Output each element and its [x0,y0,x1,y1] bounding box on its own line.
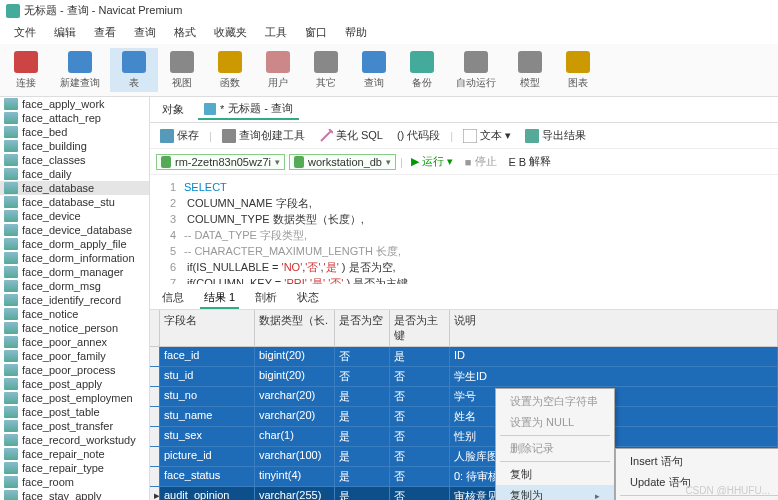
restab-2[interactable]: 剖析 [251,288,281,309]
export-icon [525,129,539,143]
explain-button[interactable]: EB 解释 [505,153,556,170]
table-face_room[interactable]: face_room [0,475,149,489]
table-face_post_transfer[interactable]: face_post_transfer [0,419,149,433]
table-face_poor_family[interactable]: face_poor_family [0,349,149,363]
save-button[interactable]: 保存 [156,127,203,144]
tab-query[interactable]: * 无标题 - 查询 [198,99,299,120]
menu-查询[interactable]: 查询 [126,23,164,42]
table-row[interactable]: stu_idbigint(20)否否学生ID [150,367,778,387]
table-row[interactable]: stu_sexchar(1)是否性别 [150,427,778,447]
db-icon [294,156,304,168]
export-button[interactable]: 导出结果 [521,127,590,144]
table-face_daily[interactable]: face_daily [0,167,149,181]
menu-编辑[interactable]: 编辑 [46,23,84,42]
menu-文件[interactable]: 文件 [6,23,44,42]
table-face_device_database[interactable]: face_device_database [0,223,149,237]
tb-备份[interactable]: 备份 [398,48,446,92]
svg-rect-12 [204,103,216,115]
tb-其它[interactable]: 其它 [302,48,350,92]
menu-格式[interactable]: 格式 [166,23,204,42]
table-face_database_stu[interactable]: face_database_stu [0,195,149,209]
tab-objects[interactable]: 对象 [156,100,190,119]
tb-连接[interactable]: 连接 [2,48,50,92]
svg-rect-4 [218,51,242,73]
table-face_repair_type[interactable]: face_repair_type [0,461,149,475]
tb-模型[interactable]: 模型 [506,48,554,92]
table-face_bed[interactable]: face_bed [0,125,149,139]
table-face_repair_note[interactable]: face_repair_note [0,447,149,461]
table-tree[interactable]: face_apply_workface_attach_repface_bedfa… [0,97,150,500]
tb-自动运行[interactable]: 自动运行 [446,48,506,92]
tb-函数[interactable]: 函数 [206,48,254,92]
sql-editor[interactable]: 1SELECT2 COLUMN_NAME 字段名,3 COLUMN_TYPE 数… [150,175,778,284]
table-face_stay_apply[interactable]: face_stay_apply [0,489,149,500]
connection-row: rm-2zetn83n05wz7i▾ workstation_db▾ | ▶ 运… [150,149,778,175]
restab-1[interactable]: 结果 1 [200,288,239,309]
table-face_post_table[interactable]: face_post_table [0,405,149,419]
snippet-button[interactable]: () 代码段 [393,127,444,144]
table-face_apply_work[interactable]: face_apply_work [0,97,149,111]
table-face_notice[interactable]: face_notice [0,307,149,321]
window-title: 无标题 - 查询 - Navicat Premium [24,3,182,18]
table-face_database[interactable]: face_database [0,181,149,195]
menu-收藏夹[interactable]: 收藏夹 [206,23,255,42]
run-button[interactable]: ▶ 运行 ▾ [407,153,457,170]
tb-表[interactable]: 表 [110,48,158,92]
svg-rect-6 [314,51,338,73]
server-icon [161,156,171,168]
query-builder-button[interactable]: 查询创建工具 [218,127,309,144]
table-face_device[interactable]: face_device [0,209,149,223]
ctx-copy-as[interactable]: 复制为▸ [496,485,614,500]
restab-3[interactable]: 状态 [293,288,323,309]
table-face_dorm_apply_file[interactable]: face_dorm_apply_file [0,237,149,251]
tb-用户[interactable]: 用户 [254,48,302,92]
table-face_record_workstudy[interactable]: face_record_workstudy [0,433,149,447]
tb-新建查询[interactable]: 新建查询 [50,48,110,92]
context-menu[interactable]: 设置为空白字符串 设置为 NULL 删除记录 复制 复制为▸ 粘贴 显示▸ [495,388,615,500]
svg-rect-3 [170,51,194,73]
ctx-set-blank[interactable]: 设置为空白字符串 [496,391,614,412]
table-face_attach_rep[interactable]: face_attach_rep [0,111,149,125]
menu-帮助[interactable]: 帮助 [337,23,375,42]
text-icon [463,129,477,143]
table-face_poor_process[interactable]: face_poor_process [0,363,149,377]
menu-窗口[interactable]: 窗口 [297,23,335,42]
table-face_post_apply[interactable]: face_post_apply [0,377,149,391]
table-row[interactable]: stu_namevarchar(20)是否姓名 [150,407,778,427]
editor-tabs: 对象 * 无标题 - 查询 [150,97,778,123]
table-row[interactable]: stu_novarchar(20)是否学号 [150,387,778,407]
table-face_identify_record[interactable]: face_identify_record [0,293,149,307]
query-toolbar: 保存 | 查询创建工具 美化 SQL () 代码段 | 文本 ▾ 导出结果 [150,123,778,149]
ctx-set-null[interactable]: 设置为 NULL [496,412,614,433]
beautify-button[interactable]: 美化 SQL [315,127,387,144]
sub-insert[interactable]: Insert 语句 [616,451,778,472]
server-select[interactable]: rm-2zetn83n05wz7i▾ [156,154,285,170]
tb-查询[interactable]: 查询 [350,48,398,92]
table-row[interactable]: face_idbigint(20)否是ID [150,347,778,367]
ctx-copy[interactable]: 复制 [496,464,614,485]
grid-header: 字段名数据类型（长.是否为空是否为主键说明 [150,310,778,347]
table-face_classes[interactable]: face_classes [0,153,149,167]
restab-0[interactable]: 信息 [158,288,188,309]
query-icon [204,103,216,115]
table-face_dorm_information[interactable]: face_dorm_information [0,251,149,265]
menu-工具[interactable]: 工具 [257,23,295,42]
svg-rect-7 [362,51,386,73]
save-icon [160,129,174,143]
svg-rect-13 [160,129,174,143]
table-face_poor_annex[interactable]: face_poor_annex [0,335,149,349]
ctx-delete[interactable]: 删除记录 [496,438,614,459]
table-face_post_employmen[interactable]: face_post_employmen [0,391,149,405]
text-button[interactable]: 文本 ▾ [459,127,515,144]
tb-视图[interactable]: 视图 [158,48,206,92]
table-face_dorm_manager[interactable]: face_dorm_manager [0,265,149,279]
svg-rect-15 [463,129,477,143]
tb-图表[interactable]: 图表 [554,48,602,92]
menu-查看[interactable]: 查看 [86,23,124,42]
svg-rect-14 [222,129,236,143]
menubar: 文件编辑查看查询格式收藏夹工具窗口帮助 [0,21,778,44]
table-face_notice_person[interactable]: face_notice_person [0,321,149,335]
db-select[interactable]: workstation_db▾ [289,154,396,170]
table-face_dorm_msg[interactable]: face_dorm_msg [0,279,149,293]
table-face_building[interactable]: face_building [0,139,149,153]
